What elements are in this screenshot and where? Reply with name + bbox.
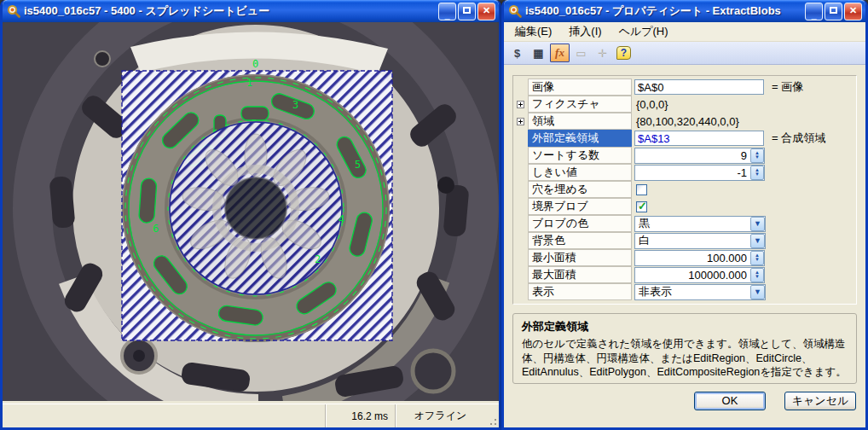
blob-label-6: 6 bbox=[153, 223, 159, 235]
blob-label-1: 1 bbox=[246, 77, 252, 89]
property-row-9[interactable]: 背景色白▼ bbox=[513, 232, 856, 249]
status-bar: 16.2 ms オフライン bbox=[3, 404, 499, 427]
spreadsheet-view-window: is5400_016c57 - 5400 - スプレッドシートビュー _ ✕ bbox=[0, 0, 501, 430]
property-label: 最大面積 bbox=[528, 266, 632, 283]
help-button[interactable]: ? bbox=[614, 44, 634, 62]
vision-image-canvas[interactable]: 0135462 bbox=[3, 22, 499, 401]
spreadsheet-grid-button[interactable]: ▦ bbox=[529, 44, 548, 62]
property-row-11[interactable]: 最大面積▲▼ bbox=[513, 266, 856, 283]
expand-view-button: ✛ bbox=[593, 44, 612, 62]
toolbar: $▦fx▭✛? bbox=[504, 42, 865, 65]
maximize-button[interactable] bbox=[458, 3, 476, 20]
minimize-button[interactable]: _ bbox=[805, 3, 823, 20]
mode-panel: オフライン bbox=[395, 404, 485, 427]
menu-item-insert[interactable]: 挿入(I) bbox=[561, 22, 609, 41]
offline-status: オフライン bbox=[414, 409, 466, 423]
dropdown[interactable]: 白▼ bbox=[634, 233, 766, 249]
property-row-12[interactable]: 表示非表示▼ bbox=[513, 283, 856, 300]
property-value: {0,0,0} bbox=[632, 98, 856, 111]
property-row-8[interactable]: ブロブの色黒▼ bbox=[513, 215, 856, 232]
left-titlebar[interactable]: is5400_016c57 - 5400 - スプレッドシートビュー _ ✕ bbox=[3, 0, 499, 22]
close-button[interactable]: ✕ bbox=[477, 3, 495, 20]
number-input[interactable] bbox=[635, 166, 750, 180]
magnifier-icon bbox=[7, 4, 20, 18]
blob-label-5: 5 bbox=[355, 159, 361, 171]
result-suffix: = 合成領域 bbox=[772, 131, 825, 146]
property-label: 穴を埋める bbox=[528, 181, 632, 198]
expand-icon[interactable] bbox=[517, 101, 524, 108]
right-titlebar[interactable]: is5400_016c57 - プロパティシート - ExtractBlobs … bbox=[504, 0, 865, 22]
number-field: ▲▼ bbox=[634, 250, 765, 266]
property-value: {80,100,320,440,0,0} bbox=[632, 115, 856, 128]
property-row-5[interactable]: しきい値▲▼ bbox=[513, 164, 856, 181]
property-label: 画像 bbox=[528, 78, 632, 96]
row-gutter bbox=[513, 101, 528, 108]
property-label: フィクスチャ bbox=[528, 96, 632, 113]
property-label: ブロブの色 bbox=[528, 215, 632, 232]
property-label: 背景色 bbox=[528, 232, 632, 249]
property-value bbox=[632, 201, 856, 212]
cell-reference-input[interactable] bbox=[634, 79, 764, 95]
property-row-2[interactable]: 領域{80,100,320,440,0,0} bbox=[513, 113, 856, 130]
minimize-button[interactable]: _ bbox=[438, 3, 456, 20]
property-value bbox=[632, 184, 856, 195]
absolute-reference-button[interactable]: $ bbox=[507, 44, 527, 62]
property-value: = 合成領域 bbox=[632, 131, 856, 146]
property-row-1[interactable]: フィクスチャ{0,0,0} bbox=[513, 96, 856, 113]
blob-label-2: 2 bbox=[315, 253, 321, 265]
blob-label-4: 4 bbox=[339, 213, 344, 225]
property-row-3[interactable]: 外部定義領域= 合成領域 bbox=[513, 130, 856, 147]
cell-reference-input[interactable] bbox=[634, 131, 764, 146]
menu-item-help[interactable]: ヘルプ(H) bbox=[611, 22, 676, 41]
property-value: 非表示▼ bbox=[632, 284, 856, 300]
number-field: ▲▼ bbox=[634, 267, 765, 283]
chevron-down-icon[interactable]: ▼ bbox=[750, 217, 765, 231]
property-sheet-window: is5400_016c57 - プロパティシート - ExtractBlobs … bbox=[501, 0, 868, 430]
number-field: ▲▼ bbox=[634, 165, 765, 181]
property-row-6[interactable]: 穴を埋める bbox=[513, 181, 856, 198]
spreadsheet-grid-icon: ▦ bbox=[533, 47, 543, 60]
spinner-buttons[interactable]: ▲▼ bbox=[750, 148, 764, 163]
number-input[interactable] bbox=[635, 251, 750, 265]
help-icon: ? bbox=[616, 46, 631, 60]
dropdown[interactable]: 黒▼ bbox=[634, 216, 766, 232]
property-label: 境界ブロブ bbox=[528, 198, 632, 215]
insert-function-button[interactable]: fx bbox=[550, 44, 570, 62]
dropdown-value: 非表示 bbox=[635, 284, 750, 299]
chevron-down-icon[interactable]: ▼ bbox=[750, 234, 765, 248]
spinner-buttons[interactable]: ▲▼ bbox=[750, 268, 764, 282]
blob-label-3: 3 bbox=[292, 99, 298, 111]
menu-item-edit[interactable]: 編集(E) bbox=[507, 22, 559, 41]
timing-value: 16.2 ms bbox=[351, 410, 388, 422]
number-input[interactable] bbox=[635, 268, 750, 282]
checkbox[interactable] bbox=[636, 201, 647, 212]
number-input[interactable] bbox=[635, 148, 750, 163]
static-value: {80,100,320,440,0,0} bbox=[634, 115, 739, 128]
ok-button[interactable]: OK bbox=[694, 392, 766, 410]
edit-region-icon: ▭ bbox=[576, 47, 586, 60]
result-suffix: = 画像 bbox=[772, 79, 803, 95]
absolute-reference-icon: $ bbox=[514, 47, 520, 60]
dropdown-value: 白 bbox=[635, 233, 750, 248]
spinner-buttons[interactable]: ▲▼ bbox=[750, 166, 764, 180]
spinner-buttons[interactable]: ▲▼ bbox=[750, 251, 764, 265]
cancel-button[interactable]: キャンセル bbox=[784, 392, 856, 410]
expand-icon[interactable] bbox=[517, 118, 524, 125]
chevron-down-icon[interactable]: ▼ bbox=[750, 285, 765, 299]
close-button[interactable]: ✕ bbox=[844, 3, 862, 20]
row-gutter bbox=[513, 118, 528, 125]
property-row-0[interactable]: 画像= 画像 bbox=[513, 78, 856, 96]
property-grid: 画像= 画像フィクスチャ{0,0,0}領域{80,100,320,440,0,0… bbox=[512, 75, 857, 305]
property-value: ▲▼ bbox=[632, 267, 856, 283]
static-value: {0,0,0} bbox=[634, 98, 668, 111]
maximize-button[interactable] bbox=[825, 3, 842, 20]
magnifier-icon bbox=[508, 4, 522, 18]
property-row-7[interactable]: 境界ブロブ bbox=[513, 198, 856, 215]
checkbox[interactable] bbox=[636, 184, 647, 195]
resize-grip[interactable] bbox=[485, 404, 499, 427]
property-label: 外部定義領域 bbox=[528, 130, 632, 147]
property-row-4[interactable]: ソートする数▲▼ bbox=[513, 147, 856, 164]
dropdown[interactable]: 非表示▼ bbox=[634, 284, 766, 300]
property-row-10[interactable]: 最小面積▲▼ bbox=[513, 249, 856, 266]
description-panel: 外部定義領域 他のセルで定義された領域を使用できます。領域として、領域構造体、円… bbox=[512, 313, 857, 384]
